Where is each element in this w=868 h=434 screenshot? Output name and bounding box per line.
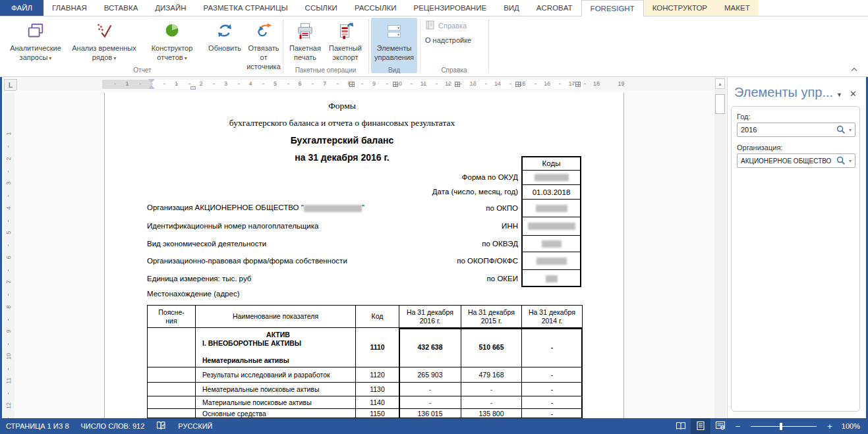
codes-value-cell[interactable] (521, 235, 581, 252)
table-cell-value[interactable]: 1120 (356, 367, 399, 383)
tab-page-layout[interactable]: РАЗМЕТКА СТРАНИЦЫ (195, 0, 297, 16)
codes-value-cell[interactable]: 01.03.2018 (521, 184, 581, 199)
button-label: рядов (92, 53, 112, 61)
pane-close-icon[interactable]: ✕ (850, 89, 857, 99)
ribbon-button-analytic-queries[interactable]: Аналитическиезапросы▾ (4, 18, 67, 73)
collapse-ribbon-button[interactable] (848, 65, 860, 74)
zoom-in-button[interactable]: + (822, 421, 838, 431)
table-cell-value[interactable]: - (461, 383, 522, 396)
table-cell-value[interactable]: - (522, 383, 582, 396)
tab-foresight[interactable]: FORESIGHT (581, 0, 644, 16)
word-count[interactable]: ЧИСЛО СЛОВ: 912 (75, 418, 151, 434)
ribbon-button-about[interactable]: О надстройке (422, 34, 474, 47)
tab-design[interactable]: ДИЗАЙН (146, 0, 194, 16)
pane-menu-arrow-icon[interactable]: ▼ (836, 92, 842, 98)
print-layout-button[interactable] (691, 418, 710, 434)
ribbon-button-time-series[interactable]: Анализ временныхрядов▾ (69, 18, 140, 73)
ribbon-button-batch-print[interactable]: Пакетнаяпечать (285, 18, 325, 73)
table-cell-value[interactable]: 432 638 (399, 328, 461, 367)
table-cell-value[interactable]: 1130 (356, 383, 399, 396)
table-cell-name[interactable]: Нематериальные поисковые активы (196, 383, 356, 396)
table-cell-note[interactable] (148, 409, 196, 418)
language-indicator[interactable]: РУССКИЙ (172, 418, 218, 434)
page-indicator[interactable]: СТРАНИЦА 1 ИЗ 8 (0, 418, 75, 434)
table-cell-name[interactable]: Материальные поисковые активы (196, 396, 356, 409)
ribbon-button-unbind-source[interactable]: Отвязать отисточника (245, 18, 282, 73)
ruler-tick (411, 84, 413, 84)
table-cell-value[interactable]: 510 665 (461, 328, 522, 367)
ruler-tick (8, 146, 9, 148)
search-icon[interactable] (835, 125, 847, 134)
year-input[interactable]: 2016 ▾ (737, 122, 855, 137)
table-column-marker[interactable] (455, 82, 460, 87)
zoom-percentage[interactable]: 100% (838, 422, 868, 430)
first-line-indent-marker[interactable] (148, 79, 155, 83)
table-column-marker[interactable] (515, 82, 521, 87)
hanging-indent-marker[interactable] (148, 85, 155, 89)
tab-stop-selector[interactable]: L (4, 79, 17, 91)
indent-marker[interactable] (190, 86, 196, 90)
table-cell-value[interactable]: 1140 (356, 396, 399, 409)
zoom-slider[interactable] (751, 426, 817, 427)
table-cell-note[interactable] (148, 383, 196, 396)
codes-value-cell[interactable] (521, 199, 581, 217)
table-cell-value[interactable]: 1150 (356, 409, 399, 418)
chevron-down-icon[interactable]: ▾ (847, 158, 855, 164)
ribbon-button-help[interactable]: Справка (422, 19, 469, 32)
batch-print-icon (294, 20, 316, 42)
table-cell-value[interactable]: 135 800 (461, 409, 522, 418)
codes-value-cell[interactable] (521, 252, 581, 269)
table-header-row: Поясне-нияНаименование показателяКодНа 3… (148, 306, 582, 328)
tab-review[interactable]: РЕЦЕНЗИРОВАНИЕ (405, 0, 496, 16)
table-cell-name[interactable]: АКТИВI. ВНЕОБОРОТНЫЕ АКТИВЫНематериальны… (196, 328, 356, 367)
proofing-status[interactable] (150, 418, 172, 434)
tab-table-design[interactable]: КОНСТРУКТОР (644, 0, 716, 16)
chevron-down-icon[interactable]: ▾ (847, 127, 855, 133)
table-cell-name[interactable]: Результаты исследований и разработок (196, 367, 356, 383)
table-column-marker[interactable] (349, 82, 355, 87)
table-column-marker[interactable] (393, 82, 398, 87)
zoom-out-button[interactable]: − (730, 421, 746, 431)
scrollbar-thumb[interactable] (715, 94, 725, 114)
tab-table-layout[interactable]: МАКЕТ (716, 0, 759, 16)
ribbon-button-batch-export[interactable]: Пакетныйэкспорт (326, 18, 365, 73)
table-cell-note[interactable] (148, 367, 196, 383)
dropdown-arrow-icon: ▾ (49, 55, 51, 61)
table-cell-value[interactable]: 265 903 (399, 367, 461, 383)
web-layout-button[interactable] (710, 418, 730, 434)
ribbon-button-controls[interactable]: Элементыуправления (371, 18, 417, 73)
read-mode-button[interactable] (671, 418, 691, 434)
table-cell-value[interactable]: - (461, 396, 522, 409)
table-cell-value[interactable]: - (522, 328, 582, 367)
tab-view[interactable]: ВИД (495, 0, 528, 16)
table-column-marker[interactable] (575, 82, 581, 87)
organization-input[interactable]: АКЦИОНЕРНОЕ ОБЩЕСТВО ▾ (737, 153, 855, 168)
ribbon-button-refresh[interactable]: Обновить (204, 18, 245, 73)
balance-table[interactable]: Поясне-нияНаименование показателяКодНа 3… (147, 305, 583, 418)
tab-insert[interactable]: ВСТАВКА (96, 0, 147, 16)
document-page[interactable]: Формы бухгалтерского баланса и отчета о … (104, 93, 624, 418)
tab-references[interactable]: ССЫЛКИ (297, 0, 346, 16)
table-cell-value[interactable]: 1110 (356, 328, 399, 367)
table-cell-value[interactable]: - (399, 383, 461, 396)
search-icon[interactable] (835, 156, 847, 165)
table-cell-note[interactable] (148, 396, 196, 409)
tab-acrobat[interactable]: ACROBAT (528, 0, 581, 16)
tab-mailings[interactable]: РАССЫЛКИ (346, 0, 405, 16)
table-cell-value[interactable]: - (522, 396, 582, 409)
tab-file[interactable]: ФАЙЛ (0, 0, 43, 16)
table-cell-value[interactable]: 136 015 (399, 409, 461, 418)
table-cell-value[interactable]: - (522, 409, 582, 418)
table-cell-note[interactable] (148, 328, 196, 367)
codes-value-cell[interactable] (521, 217, 581, 235)
tab-home[interactable]: ГЛАВНАЯ (43, 0, 96, 16)
zoom-slider-thumb[interactable] (780, 423, 782, 430)
scroll-up-button[interactable]: ▲ (715, 78, 725, 89)
table-cell-value[interactable]: 479 168 (461, 367, 522, 383)
table-cell-value[interactable]: - (399, 396, 461, 409)
table-cell-value[interactable]: - (522, 367, 582, 383)
table-cell-name[interactable]: Основные средства (196, 409, 356, 418)
ribbon-button-report-designer[interactable]: Конструкторотчетов▾ (141, 18, 203, 73)
codes-value-cell[interactable] (521, 170, 581, 184)
codes-value-cell[interactable] (521, 269, 581, 287)
